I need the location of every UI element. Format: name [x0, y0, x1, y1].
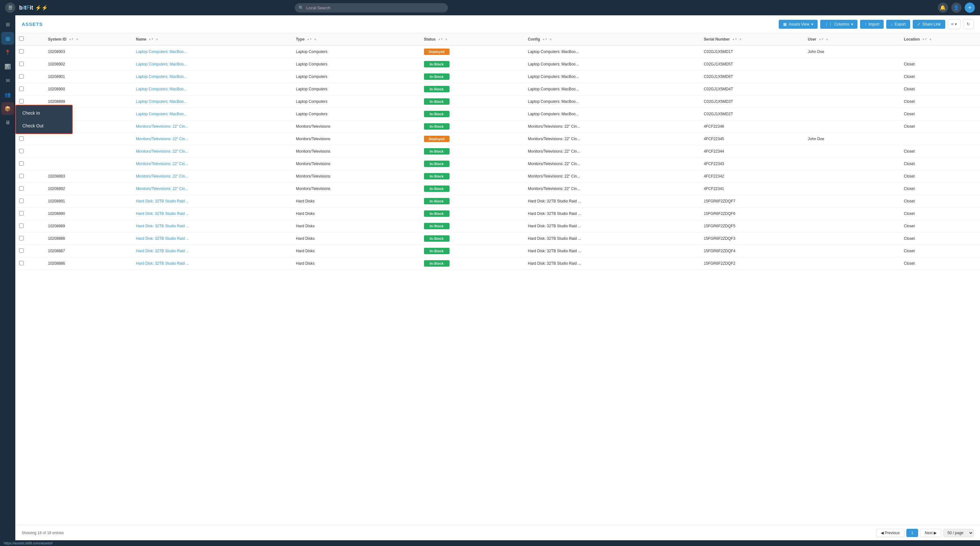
- share-link-button[interactable]: ⤢ Share Link: [913, 20, 945, 29]
- list-view-button[interactable]: ≡ ▾: [948, 19, 961, 29]
- cell-user: [804, 208, 900, 220]
- search-icon: 🔍: [299, 5, 304, 10]
- refresh-button[interactable]: ↻: [963, 19, 974, 29]
- cell-location: Closet: [900, 195, 980, 208]
- per-page-select[interactable]: 50 / page 25 / page 100 / page: [943, 529, 974, 537]
- table-row: 10208892 Monitors/Televisions: 22" Cin..…: [15, 183, 980, 195]
- status-badge: In-Stock: [424, 235, 450, 242]
- cell-type: Hard Disks: [292, 232, 420, 245]
- sidebar-item-mail[interactable]: ✉: [1, 74, 14, 87]
- cell-status: In-Stock: [420, 232, 524, 245]
- row-checkbox[interactable]: [19, 199, 24, 203]
- sidebar-item-locations[interactable]: 📍: [1, 46, 14, 59]
- columns-button[interactable]: ⋮⋮ Columns ▾: [820, 20, 858, 29]
- check-in-menu-item[interactable]: Check In: [16, 107, 72, 120]
- sidebar-item-checkinout[interactable]: 📦: [1, 102, 14, 115]
- status-url: https://assets.bitfit.com/assets#: [4, 541, 52, 545]
- header-serial-number[interactable]: Serial Number ▲▼ ▼: [700, 33, 804, 45]
- row-checkbox[interactable]: [19, 161, 24, 166]
- cell-type: Monitors/Televisions: [292, 158, 420, 170]
- header-user[interactable]: User ▲▼ ▼: [804, 33, 900, 45]
- cell-name[interactable]: Hard Disk: 32TB Studio Raid ...: [132, 245, 292, 257]
- cell-name[interactable]: Hard Disk: 32TB Studio Raid ...: [132, 257, 292, 270]
- cell-config: Monitors/Televisions: 22" Cin...: [524, 120, 700, 133]
- row-checkbox[interactable]: [19, 236, 24, 240]
- cell-user: [804, 232, 900, 245]
- header-config[interactable]: Config ▲▼ ▼: [524, 33, 700, 45]
- cell-status: In-Stock: [420, 170, 524, 183]
- cell-name[interactable]: Hard Disk: 32TB Studio Raid ...: [132, 220, 292, 232]
- cell-config: Monitors/Televisions: 22" Cin...: [524, 158, 700, 170]
- row-checkbox[interactable]: [19, 74, 24, 78]
- row-checkbox[interactable]: [19, 149, 24, 153]
- cell-system-id: [44, 133, 132, 145]
- table-row: 10208899 Laptop Computers: MacBoo... Lap…: [15, 96, 980, 108]
- row-checkbox[interactable]: [19, 248, 24, 253]
- hamburger-button[interactable]: ☰: [5, 3, 15, 13]
- cell-location: Closet: [900, 70, 980, 83]
- cell-name[interactable]: Hard Disk: 32TB Studio Raid ...: [132, 232, 292, 245]
- next-button[interactable]: Next ▶: [920, 529, 942, 537]
- cell-status: In-Stock: [420, 83, 524, 96]
- row-checkbox[interactable]: [19, 174, 24, 178]
- notification-button[interactable]: 🔔: [938, 3, 948, 13]
- cell-name[interactable]: Monitors/Televisions: 22" Cin...: [132, 183, 292, 195]
- page-1-button[interactable]: 1: [906, 529, 918, 537]
- cell-name[interactable]: Monitors/Televisions: 22" Cin...: [132, 133, 292, 145]
- sidebar-item-assets[interactable]: ▦: [1, 32, 14, 45]
- search-input[interactable]: [295, 3, 448, 13]
- table-row: 10208891 Hard Disk: 32TB Studio Raid ...…: [15, 195, 980, 208]
- sidebar-item-users[interactable]: 👥: [1, 88, 14, 101]
- row-checkbox[interactable]: [19, 99, 24, 104]
- select-all-checkbox[interactable]: [19, 37, 24, 41]
- cell-serial: 4FCF22341: [700, 183, 804, 195]
- cell-type: Hard Disks: [292, 220, 420, 232]
- cell-name[interactable]: Laptop Computers: MacBoo...: [132, 45, 292, 58]
- cell-name[interactable]: Monitors/Televisions: 22" Cin...: [132, 145, 292, 158]
- cell-name[interactable]: Hard Disk: 32TB Studio Raid ...: [132, 195, 292, 208]
- cell-serial: C02GJ1X5MD2T: [700, 108, 804, 120]
- search-container: 🔍: [295, 3, 448, 13]
- status-badge: In-Stock: [424, 123, 450, 129]
- cell-name[interactable]: Monitors/Televisions: 22" Cin...: [132, 158, 292, 170]
- sidebar-item-reports[interactable]: 📊: [1, 60, 14, 73]
- status-filter-icon: ▼: [445, 38, 448, 41]
- cell-name[interactable]: Monitors/Televisions: 22" Cin...: [132, 170, 292, 183]
- cell-name[interactable]: Hard Disk: 32TB Studio Raid ...: [132, 208, 292, 220]
- cell-location: Closet: [900, 120, 980, 133]
- row-checkbox[interactable]: [19, 136, 24, 141]
- user-profile-button[interactable]: 👤: [951, 3, 961, 13]
- status-badge: In-Stock: [424, 98, 450, 105]
- header-name[interactable]: Name ▲▼ ▼: [132, 33, 292, 45]
- cell-type: Monitors/Televisions: [292, 170, 420, 183]
- export-button[interactable]: ↓ Export: [886, 20, 910, 29]
- row-checkbox[interactable]: [19, 49, 24, 54]
- row-checkbox[interactable]: [19, 62, 24, 66]
- assets-view-button[interactable]: ▦ Assets View ▾: [779, 20, 818, 29]
- row-checkbox[interactable]: [19, 261, 24, 265]
- sidebar-item-dashboard[interactable]: ⊞: [1, 18, 14, 31]
- row-checkbox[interactable]: [19, 211, 24, 216]
- cell-name[interactable]: Laptop Computers: MacBoo...: [132, 70, 292, 83]
- header-system-id[interactable]: System ID ▲▼ ▼: [44, 33, 132, 45]
- header-location[interactable]: Location ▲▼ ▼: [900, 33, 980, 45]
- cell-name[interactable]: Laptop Computers: MacBoo...: [132, 108, 292, 120]
- previous-button[interactable]: ◀ Previous: [876, 529, 904, 537]
- row-checkbox[interactable]: [19, 224, 24, 228]
- row-checkbox[interactable]: [19, 186, 24, 191]
- cell-config: Hard Disk: 32TB Studio Raid ...: [524, 257, 700, 270]
- cell-name[interactable]: Laptop Computers: MacBoo...: [132, 83, 292, 96]
- cell-name[interactable]: Laptop Computers: MacBoo...: [132, 58, 292, 70]
- cell-config: Monitors/Televisions: 22" Cin...: [524, 170, 700, 183]
- cell-name[interactable]: Monitors/Televisions: 22" Cin...: [132, 120, 292, 133]
- import-button[interactable]: ↑ Import: [860, 20, 884, 29]
- cell-name[interactable]: Laptop Computers: MacBoo...: [132, 96, 292, 108]
- add-button[interactable]: +: [965, 3, 975, 13]
- header-type[interactable]: Type ▲▼ ▼: [292, 33, 420, 45]
- header-status[interactable]: Status ▲▼ ▼: [420, 33, 524, 45]
- sidebar-item-monitor[interactable]: 🖥: [1, 116, 14, 129]
- row-checkbox[interactable]: [19, 86, 24, 91]
- cell-serial: 15FGR6F2ZDQF7: [700, 195, 804, 208]
- table-row: 10208887 Hard Disk: 32TB Studio Raid ...…: [15, 245, 980, 257]
- check-out-menu-item[interactable]: Check Out: [16, 120, 72, 132]
